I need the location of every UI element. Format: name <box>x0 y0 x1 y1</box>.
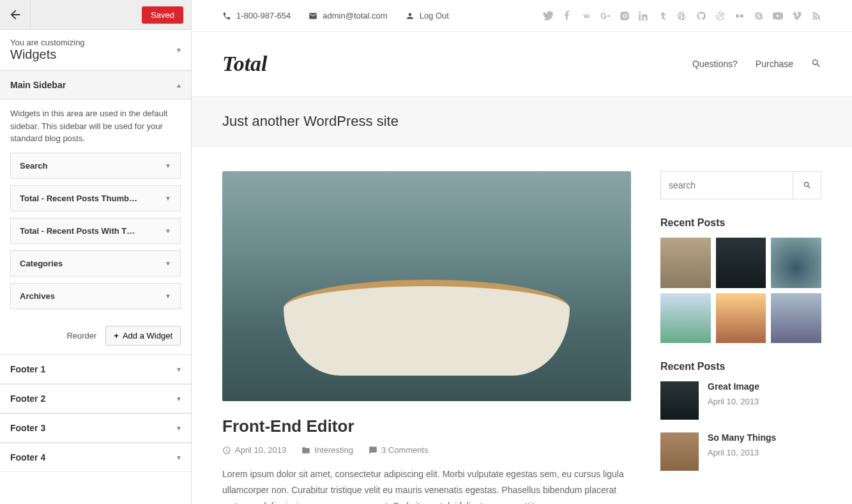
twitter-icon[interactable] <box>543 11 553 21</box>
post-category[interactable]: Interesting <box>301 445 353 455</box>
main-column: Front-End Editor April 10, 2013 Interest… <box>222 171 631 504</box>
site-topbar: 1-800-987-654 admin@total.com Log Out <box>192 0 852 32</box>
caret-down-icon: ▼ <box>165 162 171 169</box>
section-footer-4[interactable]: Footer 4▼ <box>0 443 191 472</box>
content-area: Front-End Editor April 10, 2013 Interest… <box>192 147 852 504</box>
widget-item[interactable]: Search▼ <box>10 153 181 179</box>
section-title: Main Sidebar <box>10 80 66 90</box>
plus-icon: + <box>114 331 119 340</box>
google-plus-icon[interactable] <box>600 11 611 21</box>
dribbble-icon[interactable] <box>715 11 726 21</box>
clock-icon <box>222 446 231 455</box>
customizer-panel: Saved You are customizing Widgets ▼ Main… <box>0 0 192 504</box>
post-thumb <box>660 381 699 420</box>
github-icon[interactable] <box>696 11 706 21</box>
widget-item[interactable]: Categories▼ <box>10 250 181 277</box>
flickr-icon[interactable] <box>734 11 745 21</box>
site-logo[interactable]: Total <box>222 52 268 76</box>
widget-list: Search▼ Total - Recent Posts Thumb…▼ Tot… <box>0 153 191 323</box>
svg-point-1 <box>740 14 743 17</box>
reorder-link[interactable]: Reorder <box>66 331 96 340</box>
caret-down-icon: ▼ <box>176 395 182 402</box>
social-icons <box>543 11 821 21</box>
caret-down-icon: ▼ <box>165 293 171 300</box>
facebook-icon[interactable] <box>562 11 572 21</box>
instagram-icon[interactable] <box>620 11 630 21</box>
caret-down-icon: ▼ <box>165 260 171 267</box>
post-thumb[interactable] <box>771 293 821 344</box>
customizer-topbar: Saved <box>0 0 191 30</box>
recent-post-date: April 10, 2013 <box>708 397 821 406</box>
nav-questions[interactable]: Questions? <box>692 59 738 69</box>
recent-post-title: Great Image <box>708 381 821 392</box>
post-excerpt: Lorem ipsum dolor sit amet, consectetur … <box>222 466 631 504</box>
post-thumb[interactable] <box>660 293 711 344</box>
post-featured-image[interactable] <box>222 171 631 401</box>
widget-item[interactable]: Archives▼ <box>10 283 181 309</box>
recent-posts-thumbs <box>660 238 821 343</box>
caret-down-icon: ▼ <box>176 365 182 372</box>
post-title[interactable]: Front-End Editor <box>222 416 631 436</box>
phone-icon <box>222 11 231 20</box>
post-thumb[interactable] <box>716 238 766 288</box>
search-icon[interactable] <box>811 58 821 70</box>
post-date: April 10, 2013 <box>222 445 286 455</box>
post-meta: April 10, 2013 Interesting 3 Comments <box>222 445 631 455</box>
list-item[interactable]: Great Image April 10, 2013 <box>660 381 821 420</box>
post-thumb[interactable] <box>716 293 766 344</box>
svg-point-0 <box>736 14 739 17</box>
recent-post-date: April 10, 2013 <box>708 448 821 457</box>
site-preview: 1-800-987-654 admin@total.com Log Out To… <box>192 0 852 504</box>
tagline-bar: Just another WordPress site <box>192 96 852 147</box>
recent-post-title: So Many Things <box>708 432 821 443</box>
nav-purchase[interactable]: Purchase <box>756 59 793 69</box>
sidebar-search <box>660 171 821 199</box>
tagline: Just another WordPress site <box>222 113 821 130</box>
widget-actions: Reorder +Add a Widget <box>0 323 191 355</box>
youtube-icon[interactable] <box>773 11 783 21</box>
search-input[interactable] <box>661 172 793 199</box>
caret-up-icon: ▲ <box>176 82 182 89</box>
caret-down-icon: ▼ <box>176 454 182 461</box>
caret-down-icon: ▼ <box>176 424 182 431</box>
list-item[interactable]: So Many Things April 10, 2013 <box>660 432 821 471</box>
topbar-email[interactable]: admin@total.com <box>308 11 387 20</box>
post-thumb[interactable] <box>660 238 711 288</box>
saved-button[interactable]: Saved <box>142 6 183 24</box>
section-footer-3[interactable]: Footer 3▼ <box>0 413 191 443</box>
widget-title-recent-posts: Recent Posts <box>660 361 821 372</box>
section-main-sidebar[interactable]: Main Sidebar ▲ <box>0 70 191 100</box>
panel-title: Widgets <box>10 47 181 62</box>
user-icon <box>406 11 415 20</box>
site-header: Total Questions? Purchase <box>192 32 852 96</box>
vimeo-icon[interactable] <box>792 11 802 21</box>
widget-item[interactable]: Total - Recent Posts Thumb…▼ <box>10 185 181 211</box>
caret-down-icon: ▼ <box>176 47 182 54</box>
recent-posts-list: Great Image April 10, 2013 So Many Thing… <box>660 381 821 471</box>
arrow-left-icon <box>8 8 22 22</box>
search-button[interactable] <box>793 172 821 199</box>
blog-sidebar: Recent Posts Recent Posts Great Image Ap… <box>660 171 821 504</box>
topbar-logout[interactable]: Log Out <box>406 11 449 20</box>
rss-icon[interactable] <box>811 11 821 21</box>
widget-title-recent-posts-thumbs: Recent Posts <box>660 217 821 229</box>
section-footer-2[interactable]: Footer 2▼ <box>0 384 191 413</box>
linkedin-icon[interactable] <box>639 11 649 21</box>
vk-icon[interactable] <box>581 11 591 21</box>
tumblr-icon[interactable] <box>658 11 668 21</box>
caret-down-icon: ▼ <box>165 195 171 202</box>
pinterest-icon[interactable] <box>677 11 687 21</box>
caret-down-icon: ▼ <box>165 227 171 234</box>
envelope-icon <box>308 11 317 20</box>
comment-icon <box>369 446 377 455</box>
folder-icon <box>301 446 310 455</box>
post-comments[interactable]: 3 Comments <box>369 445 429 455</box>
post-thumb[interactable] <box>771 238 821 288</box>
add-widget-button[interactable]: +Add a Widget <box>105 326 181 346</box>
panel-heading[interactable]: You are customizing Widgets ▼ <box>0 30 191 70</box>
back-button[interactable] <box>0 0 31 29</box>
skype-icon[interactable] <box>754 11 764 21</box>
widget-item[interactable]: Total - Recent Posts With T…▼ <box>10 218 181 244</box>
section-footer-1[interactable]: Footer 1▼ <box>0 355 191 384</box>
topbar-phone: 1-800-987-654 <box>222 11 291 20</box>
